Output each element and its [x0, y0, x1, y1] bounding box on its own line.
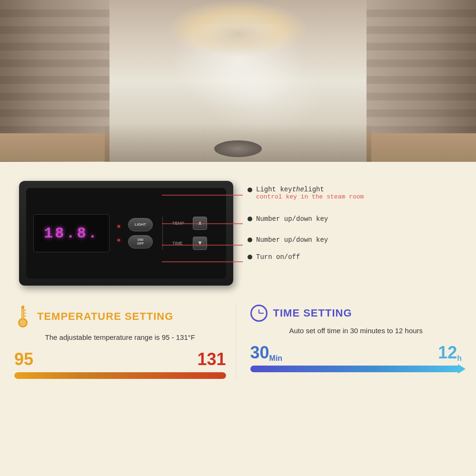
temp-max-value: 131 [197, 349, 226, 369]
controller-section: 18.8. LIGHT ON/OFF TEMP [0, 162, 476, 295]
display-screen: 18.8. [33, 214, 109, 252]
annotation-2: Number up/down key [248, 215, 328, 223]
light-button[interactable]: LIGHT [128, 218, 153, 231]
ann-dot-4 [248, 255, 252, 259]
temp-bar-fill [14, 372, 226, 379]
bottom-section: TEMPERATURE SETTING The adjustable tempe… [0, 295, 476, 388]
led-column [117, 224, 121, 242]
temp-section-desc: The adjustable temperature range is 95 -… [14, 332, 226, 342]
annotation-1: Light keythelight control key in the ste… [248, 186, 364, 200]
time-max-unit: h [457, 354, 462, 362]
ann-text-2: Number up/down key [256, 215, 328, 223]
time-bar-fill [250, 366, 462, 372]
ann-text-3: Number up/down key [256, 236, 328, 244]
led-onoff-indicator [118, 239, 120, 241]
time-section-title: TIME SETTING [273, 307, 352, 319]
ann-dot-2 [248, 217, 252, 221]
temp-section-title: TEMPERATURE SETTING [37, 310, 173, 323]
temp-progress-bar [14, 372, 226, 379]
ann-text-1-line2: control key in the steam room [256, 193, 364, 200]
time-max-value-row: 12h [438, 343, 462, 363]
clock-icon [250, 305, 268, 322]
time-progress-bar-wrapper [250, 366, 462, 372]
temp-min-value: 95 [14, 349, 33, 369]
temperature-section: TEMPERATURE SETTING The adjustable tempe… [14, 305, 236, 379]
temp-up-button[interactable]: ▲ [193, 217, 207, 230]
left-button-group: LIGHT ON/OFF [128, 218, 153, 248]
ann-text-4: Turn on/off [256, 253, 300, 261]
time-bar-arrow [458, 364, 466, 374]
temp-label: TEMP [172, 221, 189, 226]
controller-device: 18.8. LIGHT ON/OFF TEMP [19, 181, 233, 286]
ann-dot-1 [248, 188, 252, 192]
time-down-button[interactable]: ▼ [193, 237, 207, 250]
ann-text-1-line1: Light keythelight [256, 186, 364, 193]
time-section: TIME SETTING Auto set off time in 30 min… [236, 305, 462, 379]
annotation-3: Number up/down key [248, 236, 328, 244]
svg-rect-6 [22, 308, 24, 319]
annotation-4: Turn on/off [248, 253, 300, 261]
annotations-panel: Light keythelight control key in the ste… [243, 176, 466, 281]
on-off-button[interactable]: ON/OFF [128, 235, 153, 248]
led-light-indicator [118, 225, 120, 228]
time-min-value: 30 [250, 343, 269, 362]
display-digits: 18.8. [44, 225, 99, 242]
hero-image [0, 0, 476, 162]
clock-hand-minute [259, 313, 264, 314]
thermometer-icon [14, 305, 31, 328]
time-min-value-row: 30Min [250, 343, 283, 363]
ann-dot-3 [248, 238, 252, 242]
time-section-desc: Auto set off time in 30 minutes to 12 ho… [250, 326, 462, 336]
time-max-value: 12 [438, 343, 457, 362]
svg-point-7 [20, 319, 26, 326]
time-min-unit: Min [269, 354, 283, 362]
